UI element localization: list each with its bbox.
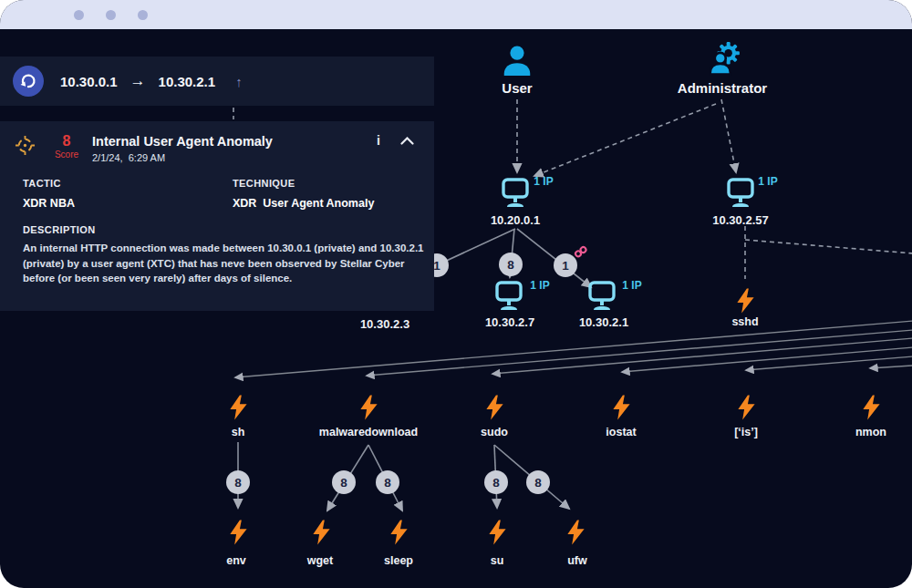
host-label[interactable]: 10.30.2.57 [712,213,768,227]
window-titlebar [0,0,912,29]
process-icon-sshd[interactable] [734,288,757,315]
computer-icon[interactable] [582,281,622,312]
administrator-icon[interactable] [704,42,741,77]
ip-count-badge: 1 IP [534,175,553,188]
description-text: An internal HTTP connection was made bet… [15,241,431,286]
edge-count-badge[interactable]: 8 [226,470,250,494]
process-icon-sudo[interactable] [483,395,506,421]
process-label[interactable]: sshd [731,315,758,328]
alert-score-label: Score [50,150,83,160]
process-icon-env[interactable] [227,520,250,546]
edge-count-badge[interactable]: 8 [332,470,356,494]
computer-icon[interactable] [489,281,529,312]
target-icon [15,135,36,156]
description-label: DESCRIPTION [15,224,420,235]
computer-icon[interactable] [720,178,761,209]
process-label[interactable]: nmon [855,426,886,438]
host-label[interactable]: 10.30.2.3 [360,317,409,331]
process-label[interactable]: ufw [567,554,587,567]
up-arrow-icon[interactable]: ↑ [235,74,243,89]
process-label[interactable]: malwaredownload [319,426,418,438]
edge-count-badge[interactable]: 8 [376,470,399,494]
edge-count-badge[interactable]: 1 [554,253,577,277]
alert-detail-panel: 8 Score Internal User Agent Anomaly 2/1/… [0,121,434,311]
actor-label-user[interactable]: User [502,80,532,96]
process-icon-sleep[interactable] [388,520,410,546]
computer-icon[interactable] [495,178,535,209]
connection-toolbar: 10.30.0.1 → 10.30.2.1 ↑ [0,57,434,106]
host-label[interactable]: 10.20.0.1 [491,213,540,227]
alert-score: 8 [50,133,83,150]
process-label[interactable]: iostat [606,426,636,438]
technique-value: XDR User Agent Anomaly [233,197,374,210]
user-icon[interactable] [500,44,534,77]
ip-count-badge: 1 IP [758,175,777,188]
process-icon-malwaredownload[interactable] [358,395,380,421]
process-label[interactable]: sh [232,426,245,438]
ip-count-badge: 1 IP [530,279,549,292]
tactic-label: TACTIC [23,178,233,189]
source-ip: 10.30.0.1 [60,74,118,89]
process-icon-wget[interactable] [310,520,333,546]
edge-count-badge[interactable]: 8 [484,470,508,494]
process-icon-nmon[interactable] [860,395,883,421]
host-label[interactable]: 10.30.2.1 [579,315,628,329]
process-icon-ufw[interactable] [565,520,587,546]
process-label[interactable]: sleep [384,554,413,567]
host-label[interactable]: 10.30.2.7 [485,315,534,329]
window-dot[interactable] [138,10,148,20]
undo-button[interactable] [13,66,44,97]
process-label[interactable]: su [491,554,504,567]
alert-title: Internal User Agent Anomaly [92,133,273,150]
link-icon [573,244,590,260]
window-dot[interactable] [106,10,116,20]
app-window: User Administrator 1 IP 10.20.0.1 1 IP 1… [0,0,912,588]
technique-label: TECHNIQUE [233,178,374,189]
process-icon-iostat[interactable] [610,395,633,421]
right-arrow-icon: → [130,72,146,90]
process-label[interactable]: sudo [481,426,508,438]
edge-count-badge[interactable]: 8 [499,253,523,276]
process-label[interactable]: [‘is’] [734,426,758,438]
process-label[interactable]: env [226,554,246,567]
alert-timestamp: 2/1/24, 6:29 AM [92,152,273,163]
process-icon-sh[interactable] [227,395,250,421]
window-dot[interactable] [74,10,84,20]
actor-label-administrator[interactable]: Administrator [678,80,767,96]
info-icon[interactable]: i [377,133,380,148]
process-icon-is[interactable] [735,395,758,421]
process-icon-su[interactable] [486,520,509,546]
process-label[interactable]: wget [307,554,333,567]
dest-ip: 10.30.2.1 [159,74,216,89]
ip-count-badge: 1 IP [622,279,641,292]
tactic-value: XDR NBA [23,197,233,210]
edge-count-badge[interactable]: 8 [526,470,550,494]
collapse-chevron-icon[interactable] [400,137,414,145]
